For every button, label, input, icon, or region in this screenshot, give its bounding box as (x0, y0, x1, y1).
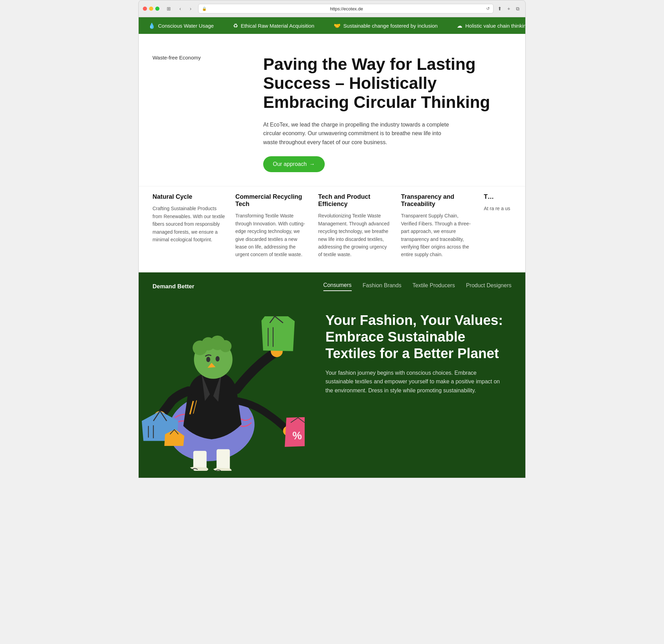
share-button[interactable]: ⬆ (496, 5, 503, 12)
ticker-item-1: 💧 Conscious Water Usage (139, 22, 223, 29)
waste-free-label: Waste-free Economy (153, 55, 201, 60)
demand-tabs: Consumers Fashion Brands Textile Produce… (323, 282, 511, 291)
feature-title-5: T… (484, 193, 511, 200)
new-tab-button[interactable]: + (505, 5, 512, 12)
hero-left: Waste-free Economy (153, 55, 249, 172)
cloud-icon: ☁ (457, 22, 462, 29)
close-button[interactable] (143, 7, 147, 11)
feature-desc-3: Revolutionizing Textile Waste Management… (318, 212, 391, 258)
ticker-label-2: Ethical Raw Material Acquisition (241, 23, 314, 29)
ticker-label-1: Conscious Water Usage (158, 23, 214, 29)
feature-desc-1: Crafting Sustainable Products from Renew… (153, 205, 225, 243)
reload-icon: ↺ (486, 6, 490, 11)
demand-content: % Your Fashion, Your Values: Embrace Sus… (139, 298, 525, 478)
water-icon: 💧 (148, 22, 155, 29)
browser-toolbar-right: ⬆ + ⧉ (496, 5, 521, 12)
sidebar-toggle-button[interactable]: ⊞ (165, 5, 173, 12)
demand-text: Your Fashion, Your Values: Embrace Susta… (319, 298, 511, 402)
demand-illustration: % (139, 298, 319, 464)
demand-label: Demand Better (153, 283, 194, 290)
character-illustration: % (139, 298, 305, 471)
features-section: Natural Cycle Crafting Sustainable Produ… (139, 186, 525, 272)
ticker-content: 💧 Conscious Water Usage ♻ Ethical Raw Ma… (139, 22, 525, 29)
feature-recycling-tech: Commercial Recycling Tech Transforming T… (236, 193, 308, 258)
tab-consumers[interactable]: Consumers (323, 282, 352, 291)
ticker-label-4: Holistic value chain thinking (465, 23, 525, 29)
feature-desc-4: Transparent Supply Chain, Verified Fiber… (401, 212, 474, 258)
ticker-bar: 💧 Conscious Water Usage ♻ Ethical Raw Ma… (139, 17, 525, 34)
demand-section-title: Your Fashion, Your Values: Embrace Susta… (325, 312, 505, 362)
ticker-item-2: ♻ Ethical Raw Material Acquisition (223, 22, 324, 29)
url-text: https://ecotex.de (209, 6, 484, 11)
nav-buttons: ‹ › (175, 5, 195, 12)
hero-right: Paving the Way for Lasting Success – Hol… (263, 55, 511, 172)
feature-desc-5: At ra re a us (484, 205, 511, 212)
hero-section: Waste-free Economy Paving the Way for La… (139, 34, 525, 186)
feature-efficiency: Tech and Product Efficiency Revolutioniz… (318, 193, 391, 258)
inclusion-icon: 🤝 (334, 22, 341, 29)
svg-point-9 (215, 356, 220, 361)
ticker-item-4: ☁ Holistic value chain thinking (447, 22, 525, 29)
lock-icon: 🔒 (202, 7, 207, 11)
tabs-overview-button[interactable]: ⧉ (514, 5, 521, 12)
tab-fashion-brands[interactable]: Fashion Brands (363, 282, 402, 291)
tab-product-designers[interactable]: Product Designers (466, 282, 511, 291)
cta-label: Our approach (273, 161, 307, 167)
svg-text:%: % (292, 429, 302, 441)
traffic-lights (143, 7, 159, 11)
feature-extra: T… At ra re a us (484, 193, 511, 258)
feature-natural-cycle: Natural Cycle Crafting Sustainable Produ… (153, 193, 225, 258)
maximize-button[interactable] (155, 7, 159, 11)
feature-title-3: Tech and Product Efficiency (318, 193, 391, 208)
website-content: 💧 Conscious Water Usage ♻ Ethical Raw Ma… (138, 17, 526, 478)
back-button[interactable]: ‹ (175, 5, 185, 12)
svg-point-8 (206, 357, 210, 362)
browser-titlebar: ⊞ ‹ › 🔒 https://ecotex.de ↺ ⬆ + ⧉ (139, 4, 525, 17)
feature-desc-2: Transforming Textile Waste through Innov… (236, 212, 308, 258)
hero-description: At EcoTex, we lead the charge in propell… (263, 120, 450, 147)
tab-textile-producers[interactable]: Textile Producers (413, 282, 455, 291)
hero-title: Paving the Way for Lasting Success – Hol… (263, 55, 511, 112)
forward-button[interactable]: › (186, 5, 195, 12)
feature-title-4: Transparency and Traceability (401, 193, 474, 208)
ticker-label-3: Sustainable change fostered by inclusion (343, 23, 438, 29)
feature-traceability: Transparency and Traceability Transparen… (401, 193, 474, 258)
address-bar[interactable]: 🔒 https://ecotex.de ↺ (198, 4, 494, 13)
demand-header: Demand Better Consumers Fashion Brands T… (139, 272, 525, 298)
cta-button[interactable]: Our approach → (263, 156, 325, 172)
feature-title-1: Natural Cycle (153, 193, 225, 200)
cta-arrow-icon: → (310, 161, 315, 167)
ticker-item-3: 🤝 Sustainable change fostered by inclusi… (324, 22, 448, 29)
recycle-icon: ♻ (233, 22, 238, 29)
svg-point-7 (220, 340, 232, 352)
svg-rect-2 (216, 449, 230, 471)
feature-title-2: Commercial Recycling Tech (236, 193, 308, 208)
browser-window: ⊞ ‹ › 🔒 https://ecotex.de ↺ ⬆ + ⧉ (138, 0, 526, 17)
demand-section-description: Your fashion journey begins with conscio… (325, 368, 505, 395)
minimize-button[interactable] (149, 7, 153, 11)
demand-section: Demand Better Consumers Fashion Brands T… (139, 272, 525, 478)
